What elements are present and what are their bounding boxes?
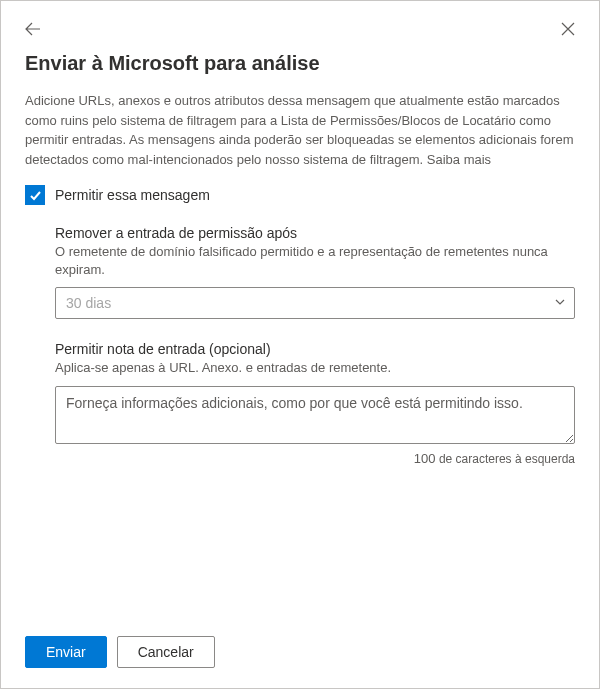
remove-after-sublabel: O remetente de domínio falsificado permi… — [55, 243, 575, 279]
char-count-suffix: de caracteres à esquerda — [439, 452, 575, 466]
description-text: Adicione URLs, anexos e outros atributos… — [25, 91, 575, 169]
remove-after-select[interactable]: 30 dias — [55, 287, 575, 319]
remove-after-group: Remover a entrada de permissão após O re… — [55, 225, 575, 319]
cancel-button[interactable]: Cancelar — [117, 636, 215, 668]
note-textarea[interactable] — [55, 386, 575, 444]
dialog-header — [1, 1, 599, 52]
note-label: Permitir nota de entrada (opcional) — [55, 341, 575, 357]
dialog-content: Adicione URLs, anexos e outros atributos… — [1, 91, 599, 620]
remove-after-label: Remover a entrada de permissão após — [55, 225, 575, 241]
submit-button[interactable]: Enviar — [25, 636, 107, 668]
allow-message-row: Permitir essa mensagem — [25, 185, 575, 205]
close-icon[interactable] — [557, 18, 579, 43]
note-sublabel: Aplica-se apenas à URL. Anexo. e entrada… — [55, 359, 575, 377]
char-count: 100 de caracteres à esquerda — [55, 451, 575, 466]
dialog-footer: Enviar Cancelar — [1, 620, 599, 688]
dialog: Enviar à Microsoft para análise Adicione… — [0, 0, 600, 689]
back-icon[interactable] — [21, 17, 45, 44]
allow-message-label: Permitir essa mensagem — [55, 187, 210, 203]
allow-message-checkbox[interactable] — [25, 185, 45, 205]
char-count-number: 100 — [414, 451, 436, 466]
chevron-down-icon — [554, 295, 566, 311]
remove-after-value: 30 dias — [66, 295, 111, 311]
note-group: Permitir nota de entrada (opcional) Apli… — [55, 341, 575, 465]
dialog-title: Enviar à Microsoft para análise — [1, 52, 599, 91]
